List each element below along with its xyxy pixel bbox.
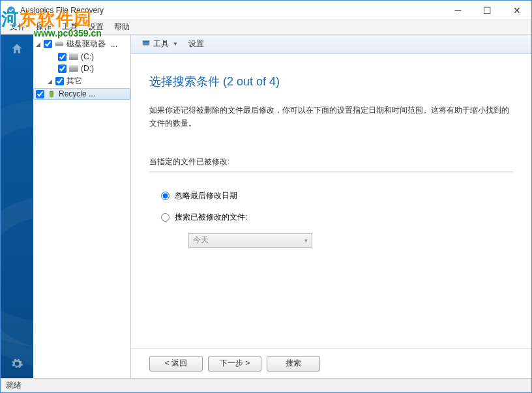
svg-rect-3 bbox=[50, 91, 53, 93]
toolbar-settings-label: 设置 bbox=[188, 38, 204, 50]
next-button[interactable]: 下一步 > bbox=[208, 356, 261, 371]
toolbar: 工具 ▼ 设置 bbox=[131, 35, 531, 54]
home-icon[interactable] bbox=[9, 41, 25, 57]
tree-label-recycle: Recycle ... bbox=[59, 89, 95, 98]
menu-action[interactable]: 操作 bbox=[31, 20, 57, 34]
drives-icon bbox=[55, 40, 64, 49]
radio-search-label: 搜索已被修改的文件: bbox=[175, 212, 247, 223]
back-button[interactable]: < 返回 bbox=[149, 356, 203, 371]
app-window: 河东软件园 www.pc0359.cn Auslogics File Recov… bbox=[0, 0, 532, 393]
minimize-button[interactable]: ─ bbox=[443, 1, 473, 20]
svg-rect-5 bbox=[143, 41, 150, 42]
app-icon bbox=[6, 5, 16, 16]
drive-icon bbox=[69, 64, 78, 73]
toolbar-tools-label: 工具 bbox=[153, 38, 169, 50]
chevron-down-icon: ▼ bbox=[173, 41, 178, 47]
radio-ignore-label: 忽略最后修改日期 bbox=[175, 190, 237, 201]
status-text: 就绪 bbox=[6, 380, 22, 391]
drive-icon bbox=[69, 52, 78, 61]
main-panel: 工具 ▼ 设置 选择搜索条件 (2 out of 4) 如果你还记得被删除的文件… bbox=[131, 35, 531, 378]
statusbar: 就绪 bbox=[1, 378, 531, 392]
tree-check-recycle[interactable] bbox=[36, 90, 44, 98]
tree-label-drives: 磁盘驱动器 bbox=[66, 38, 106, 50]
body-area: ◢ 磁盘驱动器 ... (C:) (D:) ◢ 其它 bbox=[1, 35, 531, 378]
toolbar-settings[interactable]: 设置 bbox=[185, 37, 208, 51]
radio-group: 忽略最后修改日期 搜索已被修改的文件: 今天 ▾ bbox=[149, 190, 513, 248]
radio-search[interactable] bbox=[161, 213, 170, 222]
page-title: 选择搜索条件 (2 out of 4) bbox=[149, 74, 513, 89]
tree-label-c: (C:) bbox=[81, 52, 94, 61]
tree-label-d: (D:) bbox=[81, 64, 94, 73]
titlebar: Auslogics File Recovery ─ ☐ ✕ bbox=[1, 1, 531, 20]
tree-check-d[interactable] bbox=[58, 65, 66, 73]
page-description: 如果你还记得被删除的文件最后修改，你可以在下面的设置指定日期和时间范围。这将有助… bbox=[149, 104, 513, 130]
tree-check-other[interactable] bbox=[55, 77, 64, 85]
date-dropdown[interactable]: 今天 ▾ bbox=[188, 233, 312, 248]
radio-ignore-row[interactable]: 忽略最后修改日期 bbox=[161, 190, 513, 201]
sidebar-rail bbox=[1, 35, 33, 378]
tree-drive-c[interactable]: (C:) bbox=[33, 51, 130, 63]
radio-ignore[interactable] bbox=[161, 192, 170, 200]
svg-rect-2 bbox=[56, 41, 63, 44]
radio-search-row[interactable]: 搜索已被修改的文件: bbox=[161, 212, 513, 223]
recycle-bin-icon bbox=[47, 89, 56, 98]
close-button[interactable]: ✕ bbox=[502, 1, 531, 20]
tree-root-drives[interactable]: ◢ 磁盘驱动器 ... bbox=[33, 37, 130, 51]
tools-icon bbox=[141, 38, 151, 50]
gear-icon[interactable] bbox=[9, 356, 25, 371]
tree-other[interactable]: ◢ 其它 bbox=[33, 74, 130, 88]
section-divider bbox=[149, 171, 513, 172]
collapse-icon[interactable]: ◢ bbox=[48, 78, 54, 85]
tree-check-c[interactable] bbox=[58, 53, 66, 61]
tree-recycle[interactable]: Recycle ... bbox=[33, 88, 130, 100]
window-controls: ─ ☐ ✕ bbox=[443, 1, 531, 20]
chevron-down-icon: ▾ bbox=[304, 237, 308, 244]
collapse-icon[interactable]: ◢ bbox=[36, 41, 42, 48]
tree-drive-d[interactable]: (D:) bbox=[33, 63, 130, 74]
menu-file[interactable]: 文件 bbox=[5, 20, 31, 34]
dropdown-value: 今天 bbox=[193, 235, 209, 246]
tree-panel: ◢ 磁盘驱动器 ... (C:) (D:) ◢ 其它 bbox=[33, 35, 131, 378]
menu-settings[interactable]: 设置 bbox=[83, 20, 109, 34]
tree-check-drives[interactable] bbox=[44, 40, 52, 48]
section-label: 当指定的文件已被修改: bbox=[149, 156, 513, 167]
tree-ellipsis: ... bbox=[111, 40, 117, 49]
maximize-button[interactable]: ☐ bbox=[473, 1, 502, 20]
tree-label-other: 其它 bbox=[66, 76, 82, 87]
menubar: 文件 操作 工具 设置 帮助 bbox=[1, 20, 531, 35]
window-title: Auslogics File Recovery bbox=[20, 6, 443, 15]
toolbar-tools[interactable]: 工具 ▼ bbox=[138, 37, 182, 51]
menu-help[interactable]: 帮助 bbox=[109, 20, 135, 34]
menu-tools[interactable]: 工具 bbox=[57, 20, 83, 34]
wizard-content: 选择搜索条件 (2 out of 4) 如果你还记得被删除的文件最后修改，你可以… bbox=[131, 54, 531, 348]
search-button[interactable]: 搜索 bbox=[267, 356, 320, 371]
wizard-buttons: < 返回 下一步 > 搜索 bbox=[131, 348, 531, 378]
